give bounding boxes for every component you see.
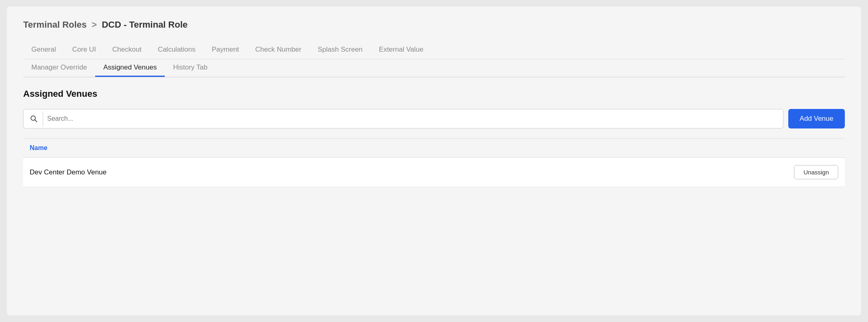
tab-check-number[interactable]: Check Number bbox=[247, 41, 310, 59]
tab-history-tab[interactable]: History Tab bbox=[165, 59, 216, 77]
add-venue-button[interactable]: Add Venue bbox=[788, 109, 845, 128]
tabs-row-1: General Core UI Checkout Calculations Pa… bbox=[23, 41, 845, 59]
page-container: Terminal Roles > DCD - Terminal Role Gen… bbox=[7, 7, 861, 315]
tab-general[interactable]: General bbox=[23, 41, 64, 59]
tab-manager-override[interactable]: Manager Override bbox=[23, 59, 95, 77]
search-row: Add Venue bbox=[23, 109, 845, 128]
section-title: Assigned Venues bbox=[23, 89, 845, 99]
venues-table: Name Dev Center Demo Venue Unassign bbox=[23, 138, 845, 187]
search-box bbox=[23, 109, 783, 128]
unassign-button[interactable]: Unassign bbox=[794, 165, 838, 179]
tab-assigned-venues[interactable]: Assigned Venues bbox=[95, 59, 165, 77]
svg-line-1 bbox=[35, 120, 37, 122]
column-name-header: Name bbox=[30, 144, 838, 152]
tabs-section-divider bbox=[23, 77, 845, 77]
breadcrumb-current: DCD - Terminal Role bbox=[102, 20, 188, 30]
table-row: Dev Center Demo Venue Unassign bbox=[23, 158, 845, 187]
breadcrumb-separator: > bbox=[92, 20, 97, 30]
tab-payment[interactable]: Payment bbox=[204, 41, 247, 59]
tab-splash-screen[interactable]: Splash Screen bbox=[310, 41, 371, 59]
search-input[interactable] bbox=[47, 115, 778, 122]
table-header-row: Name bbox=[23, 139, 845, 158]
tab-core-ui[interactable]: Core UI bbox=[64, 41, 104, 59]
tab-checkout[interactable]: Checkout bbox=[104, 41, 150, 59]
tabs-row-2: Manager Override Assigned Venues History… bbox=[23, 59, 845, 77]
venue-name-cell: Dev Center Demo Venue bbox=[30, 168, 794, 176]
search-icon bbox=[28, 111, 43, 126]
breadcrumb-parent: Terminal Roles bbox=[23, 20, 87, 30]
breadcrumb: Terminal Roles > DCD - Terminal Role bbox=[23, 20, 845, 30]
tab-external-value[interactable]: External Value bbox=[371, 41, 432, 59]
tab-calculations[interactable]: Calculations bbox=[150, 41, 204, 59]
